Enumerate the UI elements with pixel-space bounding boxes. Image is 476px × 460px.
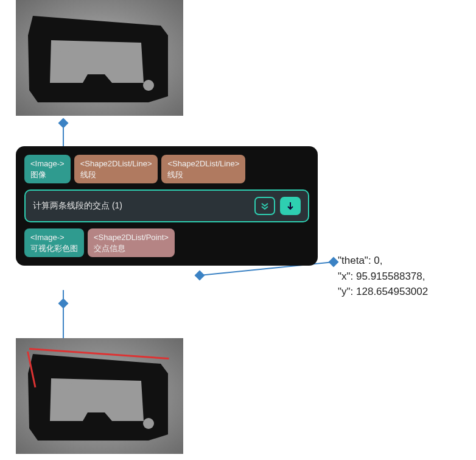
port-label: 交点信息 [94, 243, 169, 254]
svg-point-2 [143, 80, 154, 91]
result-line: "y": 128.654953002 [338, 286, 428, 297]
input-image-preview [16, 0, 183, 116]
svg-point-1 [67, 45, 74, 52]
port-label: 线段 [167, 169, 239, 180]
output-port-image[interactable]: <Image-> 可视化彩色图 [24, 228, 84, 257]
svg-point-7 [55, 383, 62, 391]
node-card: <Image-> 图像 <Shape2DList/Line> 线段 <Shape… [16, 146, 318, 266]
input-port-line-2[interactable]: <Shape2DList/Line> 线段 [161, 155, 245, 183]
node-outputs-row: <Image-> 可视化彩色图 <Shape2DList/Point> 交点信息 [24, 228, 309, 257]
input-port-line-1[interactable]: <Shape2DList/Line> 线段 [74, 155, 158, 183]
node-title-row: 计算两条线段的交点 (1) [24, 189, 309, 222]
node-title-bar[interactable]: 计算两条线段的交点 (1) [24, 189, 309, 222]
svg-point-8 [67, 383, 74, 391]
port-type: <Image-> [30, 158, 65, 169]
connector-diamond [195, 271, 205, 281]
point-result-readout: "theta": 0, "x": 95.915588378, "y": 128.… [338, 253, 428, 300]
port-type: <Shape2DList/Line> [167, 158, 239, 169]
part-silhouette [27, 11, 172, 105]
svg-point-0 [55, 45, 62, 52]
node-inputs-row: <Image-> 图像 <Shape2DList/Line> 线段 <Shape… [24, 155, 309, 183]
result-line: "x": 95.915588378, [338, 271, 425, 282]
node-title-buttons [254, 197, 301, 215]
double-chevron-down-icon [260, 201, 270, 211]
output-image-preview [16, 338, 183, 454]
node-title: 计算两条线段的交点 (1) [33, 200, 122, 211]
port-type: <Image-> [30, 232, 78, 243]
svg-point-9 [143, 418, 154, 429]
connector-diamond [58, 299, 69, 309]
port-label: 线段 [80, 169, 152, 180]
port-label: 可视化彩色图 [30, 243, 78, 254]
port-type: <Shape2DList/Point> [94, 232, 169, 243]
result-line: "theta": 0, [338, 255, 383, 266]
port-type: <Shape2DList/Line> [80, 158, 152, 169]
connector-diamond [329, 257, 339, 267]
run-button[interactable] [280, 197, 301, 215]
expand-button[interactable] [254, 197, 275, 215]
port-label: 图像 [30, 169, 65, 180]
output-port-point[interactable]: <Shape2DList/Point> 交点信息 [88, 228, 175, 257]
input-port-image[interactable]: <Image-> 图像 [24, 155, 71, 183]
connector-diamond [58, 118, 69, 129]
part-silhouette [27, 349, 172, 444]
arrow-down-icon [285, 201, 295, 211]
